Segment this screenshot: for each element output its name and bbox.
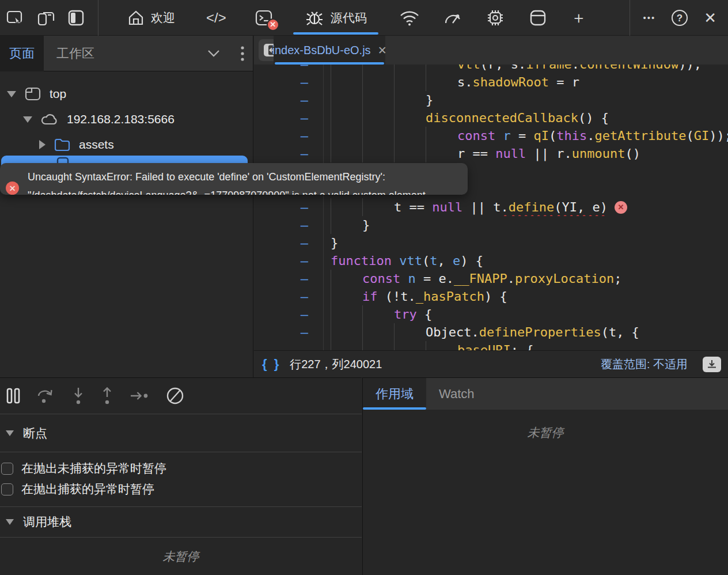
devices-icon — [36, 9, 55, 27]
code-text[interactable]: if (!t._hasPatch) { — [324, 288, 728, 305]
gutter-mark[interactable]: – — [254, 73, 324, 91]
gutter-mark[interactable]: – — [254, 270, 324, 288]
code-line[interactable]: –} — [254, 234, 728, 252]
tab-storage[interactable] — [517, 0, 559, 36]
code-line[interactable]: –const n = e.__FNAPP.proxyLocation; — [254, 270, 728, 288]
gutter-mark[interactable]: – — [254, 323, 324, 341]
code-text[interactable]: } — [324, 234, 728, 252]
gutter-mark[interactable]: – — [254, 109, 324, 127]
code-viewport[interactable]: –vtt(r, s.iframe.contentWindow));–s.shad… — [254, 65, 728, 350]
toggle-sidebar-button[interactable] — [61, 0, 91, 36]
disclosure-triangle-icon[interactable] — [7, 91, 16, 97]
gutter-mark[interactable]: – — [254, 198, 324, 216]
sidebar-tab-workspace[interactable]: 工作区 — [47, 36, 104, 71]
disclosure-triangle-icon[interactable] — [6, 430, 14, 436]
download-file-button[interactable] — [703, 357, 721, 372]
code-text[interactable]: s.shadowRoot = r — [324, 73, 728, 91]
editor-tab[interactable]: index-BsDbU-eO.js ✕ — [274, 36, 385, 65]
tab-console[interactable]: ✕ — [242, 0, 285, 36]
code-text[interactable]: const n = e.__FNAPP.proxyLocation; — [324, 270, 728, 288]
callstack-section-header[interactable]: 调用堆栈 — [0, 507, 362, 538]
code-line[interactable]: –r == null || r.unmount() — [254, 145, 728, 162]
code-text[interactable]: disconnectedCallback() { — [324, 109, 728, 127]
indent-guide — [426, 65, 457, 73]
error-notification[interactable]: ✕ Uncaught SyntaxError: Failed to execut… — [0, 163, 468, 195]
step-over-button[interactable] — [36, 387, 56, 405]
tree-item-top-label: top — [50, 87, 66, 101]
code-text[interactable]: } — [324, 216, 728, 234]
code-text[interactable]: r == null || r.unmount() — [324, 145, 728, 162]
breakpoints-section-header[interactable]: 断点 — [0, 414, 362, 452]
device-mode-button[interactable] — [30, 0, 61, 36]
gutter-mark[interactable]: – — [254, 305, 324, 323]
pause-uncaught-checkbox[interactable] — [1, 463, 13, 475]
disclosure-triangle-icon[interactable] — [23, 116, 32, 123]
code-line[interactable]: –} — [254, 91, 728, 109]
indent-guide — [331, 341, 362, 350]
code-line[interactable]: –disconnectedCallback() { — [254, 109, 728, 127]
indent-guide — [426, 145, 457, 162]
gutter-mark[interactable]: – — [254, 65, 324, 73]
code-line[interactable]: –} — [254, 216, 728, 234]
gutter-mark[interactable]: – — [254, 234, 324, 252]
new-tab-button[interactable]: ＋ — [559, 0, 598, 36]
tab-sources[interactable]: 源代码 — [291, 0, 381, 36]
code-line[interactable]: –baseURI: { — [254, 341, 728, 350]
more-options-button[interactable]: ••• — [637, 0, 661, 36]
step-out-button[interactable] — [100, 386, 114, 406]
gutter-mark[interactable]: – — [254, 288, 324, 305]
close-devtools-button[interactable]: ✕ — [698, 0, 722, 36]
step-into-button[interactable] — [71, 386, 85, 406]
code-text[interactable]: vtt(r, s.iframe.contentWindow)); — [324, 65, 728, 73]
code-text[interactable]: Object.defineProperties(t, { — [324, 323, 728, 341]
tab-scope[interactable]: 作用域 — [363, 378, 426, 410]
chevron-down-icon[interactable] — [207, 49, 221, 58]
code-text[interactable]: } — [324, 91, 728, 109]
code-text[interactable]: try { — [324, 305, 728, 323]
tab-timelines[interactable] — [431, 0, 474, 36]
tab-elements[interactable]: </> — [195, 0, 238, 36]
pretty-print-button[interactable]: { } — [262, 357, 280, 372]
gutter-mark[interactable]: – — [254, 341, 324, 350]
tab-close-icon[interactable]: ✕ — [378, 44, 387, 57]
disclosure-triangle-icon[interactable] — [6, 519, 14, 525]
indent-guide — [362, 109, 394, 127]
disclosure-triangle-icon[interactable] — [39, 140, 46, 149]
tab-network[interactable] — [388, 0, 431, 36]
pause-button[interactable] — [6, 387, 21, 405]
code-text[interactable]: const r = qI(this.getAttribute(GI)); — [324, 127, 728, 145]
code-text[interactable]: baseURI: { — [324, 341, 728, 350]
code-text[interactable]: function vtt(t, e) { — [324, 252, 728, 270]
code-line[interactable]: –function vtt(t, e) { — [254, 252, 728, 270]
tree-item-top[interactable]: top — [7, 85, 66, 103]
gutter-mark[interactable]: – — [254, 216, 324, 234]
inspect-element-button[interactable] — [0, 0, 30, 36]
tab-performance[interactable] — [474, 0, 517, 36]
code-token: (!t. — [378, 288, 416, 305]
sidebar-tab-page[interactable]: 页面 — [0, 36, 44, 71]
tree-item-assets[interactable]: assets — [39, 136, 114, 153]
code-line[interactable]: –Object.defineProperties(t, { — [254, 323, 728, 341]
kebab-menu-icon[interactable] — [240, 45, 245, 62]
help-button[interactable]: ? — [665, 0, 695, 36]
step-next-button[interactable] — [129, 389, 150, 403]
gutter-mark[interactable]: – — [254, 91, 324, 109]
tree-item-host[interactable]: 192.168.2.183:5666 — [23, 111, 175, 128]
code-line[interactable]: –s.shadowRoot = r — [254, 73, 728, 91]
pause-caught-checkbox[interactable] — [1, 483, 13, 495]
code-line[interactable]: –t == null || t.define(YI, e)✕ — [254, 198, 728, 216]
disable-breakpoints-button[interactable] — [165, 385, 185, 406]
code-line[interactable]: –const r = qI(this.getAttribute(GI)); — [254, 127, 728, 145]
tab-watch[interactable]: Watch — [426, 378, 487, 410]
code-token: = e. — [416, 270, 454, 288]
code-line[interactable]: –try { — [254, 305, 728, 323]
editor-tabbar: index-BsDbU-eO.js ✕ — [254, 36, 728, 65]
inline-error-badge-icon[interactable]: ✕ — [615, 201, 627, 214]
code-text[interactable]: t == null || t.define(YI, e)✕ — [324, 198, 728, 216]
gutter-mark[interactable]: – — [254, 127, 324, 145]
code-line[interactable]: –vtt(r, s.iframe.contentWindow)); — [254, 65, 728, 73]
tab-welcome[interactable]: 欢迎 — [116, 0, 187, 36]
gutter-mark[interactable]: – — [254, 252, 324, 270]
gutter-mark[interactable]: – — [254, 145, 324, 162]
code-line[interactable]: –if (!t._hasPatch) { — [254, 288, 728, 305]
